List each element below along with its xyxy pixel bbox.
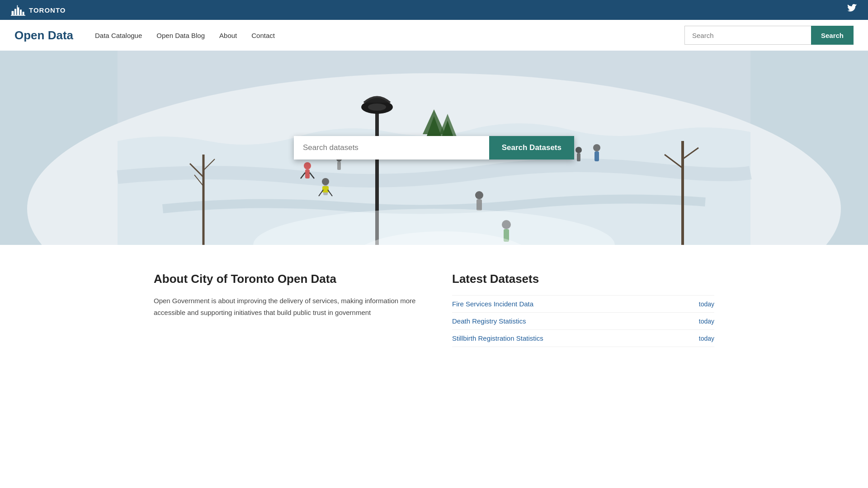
dataset-item: Stillbirth Registration Statistics today [452,330,714,347]
svg-rect-42 [476,199,482,211]
svg-rect-38 [577,153,580,161]
svg-rect-3 [17,5,18,8]
nav-contact[interactable]: Contact [251,32,275,39]
svg-point-12 [368,103,386,111]
site-title: Open Data [14,28,73,42]
hero-section: Search Datasets [0,51,868,245]
nav-search-button[interactable]: Search [811,26,854,45]
dataset-item: Fire Services Incident Data today [452,295,714,313]
nav-about[interactable]: About [219,32,237,39]
dataset-date-stillbirth: today [699,335,714,342]
about-body: Open Government is about improving the d… [154,295,416,318]
dataset-link-fire[interactable]: Fire Services Incident Data [452,300,533,308]
svg-point-37 [576,147,582,153]
hero-search-button[interactable]: Search Datasets [489,136,574,160]
dataset-link-stillbirth[interactable]: Stillbirth Registration Statistics [452,334,543,342]
svg-rect-6 [11,15,25,16]
dataset-date-fire: today [699,300,714,308]
toronto-city-icon [11,4,25,16]
dataset-item: Death Registry Statistics today [452,313,714,330]
top-bar: TORONTO [0,0,868,20]
nav-data-catalogue[interactable]: Data Catalogue [95,32,142,39]
svg-rect-0 [12,11,14,15]
dataset-date-death: today [699,318,714,325]
svg-point-24 [304,162,311,169]
twitter-icon[interactable] [847,4,857,16]
dataset-link-death[interactable]: Death Registry Statistics [452,317,526,325]
hero-search-input[interactable] [294,136,489,160]
nav-open-data-blog[interactable]: Open Data Blog [156,32,205,39]
nav-search-area: Search [684,26,854,45]
logo-text: TORONTO [29,6,66,14]
about-section: About City of Toronto Open Data Open Gov… [154,272,416,347]
nav-search-input[interactable] [684,26,811,45]
svg-rect-34 [337,162,341,170]
svg-rect-4 [20,9,22,15]
content-section: About City of Toronto Open Data Open Gov… [118,245,750,374]
nav-links: Data Catalogue Open Data Blog About Cont… [95,32,684,39]
about-heading: About City of Toronto Open Data [154,272,416,286]
datasets-section: Latest Datasets Fire Services Incident D… [452,272,714,347]
svg-rect-2 [17,7,19,15]
svg-rect-1 [14,9,16,15]
toronto-logo: TORONTO [11,4,66,16]
svg-rect-30 [322,186,329,192]
hero-search-bar: Search Datasets [294,136,574,160]
svg-rect-5 [23,12,24,15]
svg-point-41 [475,191,483,199]
datasets-heading: Latest Datasets [452,272,714,286]
svg-rect-40 [594,151,599,161]
nav-bar: Open Data Data Catalogue Open Data Blog … [0,20,868,51]
svg-point-28 [322,178,329,185]
svg-rect-25 [305,169,310,178]
svg-point-39 [593,144,600,151]
dataset-list: Fire Services Incident Data today Death … [452,295,714,347]
